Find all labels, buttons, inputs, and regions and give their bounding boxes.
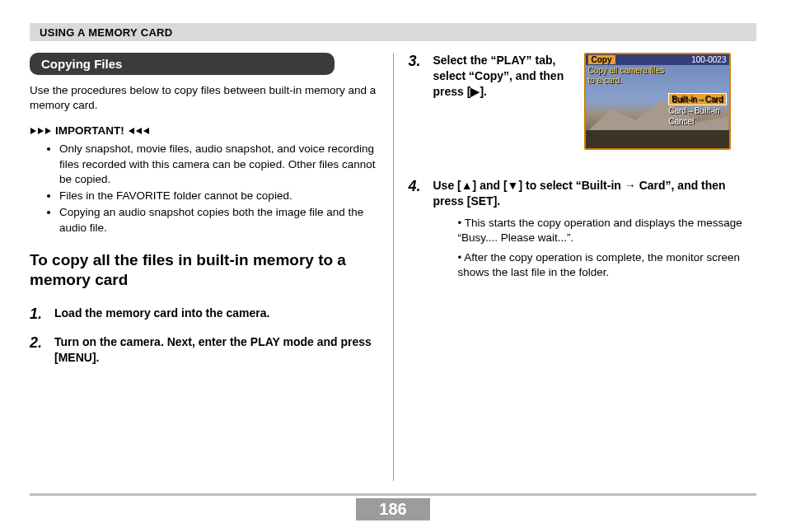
important-item: Copying an audio snapshot copies both th… [59,205,378,235]
step-4-note: After the copy operation is complete, th… [458,250,757,280]
cam-option: Card→Built-in [668,105,726,116]
step-number: 2. [30,334,48,352]
page-header-title: USING A MEMORY CARD [40,26,172,39]
important-heading: IMPORTANT! [30,124,378,137]
cam-menu: Built-in→Card Card→Built-in Cancel [668,93,726,127]
step-1: 1. Load the memory card into the camera. [30,306,378,323]
step-number: 1. [30,306,48,323]
intro-text: Use the procedures below to copy files b… [30,83,378,113]
procedure-heading: To copy all the files in built-in memory… [30,250,378,291]
left-column: Copying Files Use the procedures below t… [30,53,393,481]
important-item: Files in the FAVORITE folder cannot be c… [59,189,378,203]
step-text: Select the “PLAY” tab, select “Copy”, an… [433,53,578,150]
cam-option-selected: Built-in→Card [668,93,726,105]
step-text: Turn on the camera. Next, enter the PLAY… [54,334,378,366]
step-number: 3. [409,53,427,70]
step-4-note: This starts the copy operation and displ… [458,216,757,245]
cam-copy-label: Copy [588,55,615,64]
right-column: 3. Select the “PLAY” tab, select “Copy”,… [394,53,757,481]
step-text: Use [▲] and [▼] to select “Built-in → Ca… [433,178,757,209]
step-text: Load the memory card into the camera. [54,306,378,321]
important-list: Only snapshot, movie files, audio snapsh… [30,142,378,235]
step-4: 4. Use [▲] and [▼] to select “Built-in →… [409,178,757,286]
cam-file-id: 100-0023 [691,55,726,64]
chevron-left-icon [128,124,150,137]
chevron-right-icon [30,124,52,137]
step-2: 2. Turn on the camera. Next, enter the P… [30,334,378,366]
section-title: Copying Files [30,53,335,75]
page-header: USING A MEMORY CARD [30,23,756,41]
important-label: IMPORTANT! [55,124,124,137]
cam-caption: Copy all camera files to a card. [588,66,665,86]
step-3: 3. Select the “PLAY” tab, select “Copy”,… [409,53,757,150]
camera-screenshot: Copy 100-0023 Copy all camera files to a… [584,53,731,150]
step-4-notes: This starts the copy operation and displ… [458,216,757,281]
important-item: Only snapshot, movie files, audio snapsh… [59,142,378,187]
cam-option: Cancel [668,116,726,127]
footer-rule [30,493,756,496]
page-number: 186 [356,498,429,520]
step-number: 4. [409,178,427,195]
page-footer: 186 [0,498,786,520]
